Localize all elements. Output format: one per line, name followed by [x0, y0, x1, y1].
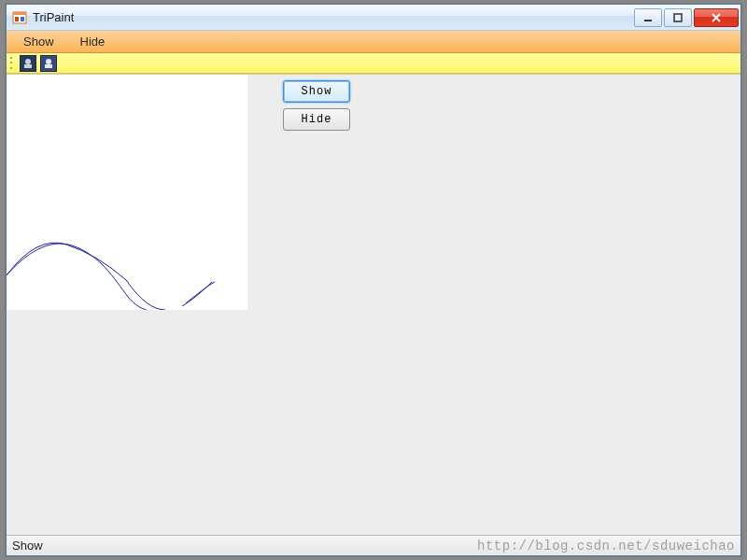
window-controls: [634, 8, 739, 27]
svg-rect-9: [45, 64, 52, 68]
maximize-button[interactable]: [664, 8, 692, 27]
title-bar[interactable]: TriPaint: [7, 5, 740, 31]
toolbar-icon-2[interactable]: [40, 55, 57, 72]
svg-rect-3: [21, 17, 24, 21]
status-bar: Show http://blog.csdn.net/sduweichao: [7, 535, 740, 555]
menu-show[interactable]: Show: [12, 32, 65, 51]
toolbar-grip-icon[interactable]: [10, 56, 16, 71]
svg-rect-2: [15, 17, 19, 21]
show-button[interactable]: Show: [283, 80, 350, 103]
watermark-text: http://blog.csdn.net/sduweichao: [477, 539, 735, 553]
close-button[interactable]: [694, 8, 739, 27]
app-window: TriPaint Show Hide: [6, 4, 741, 556]
status-text: Show: [12, 539, 43, 553]
app-icon: [12, 10, 27, 25]
svg-rect-1: [13, 12, 26, 15]
menu-bar: Show Hide: [7, 31, 740, 53]
svg-rect-4: [644, 20, 652, 21]
svg-point-6: [25, 59, 31, 64]
svg-point-8: [46, 59, 51, 64]
menu-hide[interactable]: Hide: [69, 32, 117, 51]
svg-rect-5: [674, 14, 682, 21]
hide-button[interactable]: Hide: [283, 108, 350, 131]
drawing-canvas[interactable]: [7, 75, 247, 310]
button-panel: Show Hide: [283, 80, 350, 131]
client-area: Show Hide: [7, 74, 740, 535]
svg-rect-7: [24, 64, 32, 68]
minimize-button[interactable]: [634, 8, 662, 27]
window-title: TriPaint: [33, 10, 634, 24]
toolbar: [7, 53, 740, 74]
toolbar-icon-1[interactable]: [20, 55, 36, 72]
